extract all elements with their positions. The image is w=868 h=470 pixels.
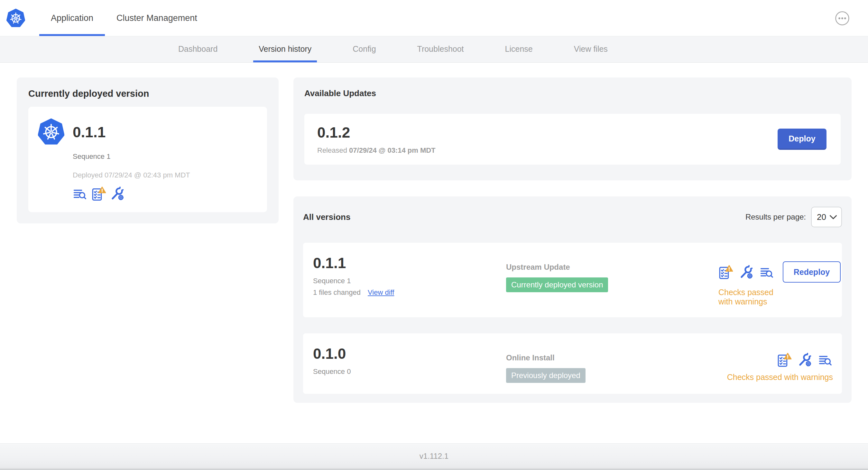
- row-version-number: 0.1.1: [313, 254, 506, 272]
- checks-status-link[interactable]: Checks passed with warnings: [718, 288, 774, 306]
- currently-deployed-card: Currently deployed version 0.1.1 Sequenc…: [17, 77, 279, 224]
- preflight-checklist-warning-icon[interactable]: [91, 186, 106, 201]
- top-navbar: Application Cluster Management: [0, 0, 868, 36]
- subnav-tab-version-history[interactable]: Version history: [253, 36, 317, 62]
- wrench-gear-icon[interactable]: [110, 186, 125, 201]
- chevron-down-icon: [830, 215, 837, 220]
- ellipsis-menu-icon[interactable]: [835, 11, 850, 26]
- preflight-checklist-warning-icon[interactable]: [777, 352, 792, 367]
- version-source-label: Upstream Update: [506, 263, 718, 272]
- top-nav-tabs: Application Cluster Management: [39, 0, 209, 36]
- deployed-action-icons: [73, 186, 257, 201]
- available-updates-card: Available Updates 0.1.2 Released 07/29/2…: [293, 77, 851, 180]
- results-per-page-label: Results per page:: [745, 212, 806, 222]
- subnav-tab-config[interactable]: Config: [347, 36, 381, 62]
- log-search-icon[interactable]: [818, 352, 833, 367]
- row-sequence-label: Sequence 1: [313, 277, 506, 285]
- console-version-label: v1.112.1: [0, 444, 868, 469]
- kubernetes-app-icon: [38, 118, 64, 146]
- all-versions-card: All versions Results per page: 20 0.1.1 …: [293, 196, 851, 403]
- version-row: 0.1.1 Sequence 1 1 files changed View di…: [303, 243, 842, 317]
- subnav-tab-view-files[interactable]: View files: [568, 36, 613, 62]
- all-versions-title: All versions: [303, 212, 350, 222]
- status-badge: Previously deployed: [506, 368, 586, 383]
- results-per-page-value: 20: [817, 212, 826, 222]
- row-sequence-label: Sequence 0: [313, 367, 506, 376]
- deploy-button[interactable]: Deploy: [778, 129, 827, 150]
- status-badge: Currently deployed version: [506, 277, 608, 292]
- row-version-number: 0.1.0: [313, 345, 506, 362]
- preflight-checklist-warning-icon[interactable]: [718, 264, 733, 280]
- available-updates-title: Available Updates: [304, 89, 841, 98]
- subnav-tab-license[interactable]: License: [500, 36, 538, 62]
- deployed-sequence-label: Sequence 1: [73, 153, 257, 161]
- view-diff-link[interactable]: View diff: [368, 289, 394, 297]
- deployed-timestamp: Deployed 07/29/24 @ 02:43 pm MDT: [73, 171, 257, 179]
- deployed-version-number: 0.1.1: [73, 124, 105, 141]
- redeploy-button[interactable]: Redeploy: [783, 261, 841, 282]
- tab-application[interactable]: Application: [39, 0, 105, 36]
- subnav-tab-troubleshoot[interactable]: Troubleshoot: [412, 36, 469, 62]
- log-search-icon[interactable]: [760, 264, 774, 280]
- checks-status-link[interactable]: Checks passed with warnings: [727, 373, 833, 382]
- version-source-label: Online Install: [506, 353, 718, 362]
- update-released-timestamp: Released 07/29/24 @ 03:14 pm MDT: [317, 146, 778, 155]
- files-changed-label: 1 files changed: [313, 289, 361, 297]
- version-history-page: Currently deployed version 0.1.1 Sequenc…: [0, 63, 868, 443]
- update-version-number: 0.1.2: [317, 124, 778, 141]
- wrench-gear-icon[interactable]: [739, 264, 754, 280]
- results-per-page-select[interactable]: 20: [811, 207, 842, 227]
- log-search-icon[interactable]: [73, 186, 88, 201]
- console-footer: v1.112.1: [0, 443, 868, 470]
- deployed-version-box: 0.1.1 Sequence 1 Deployed 07/29/24 @ 02:…: [28, 107, 267, 212]
- available-update-row: 0.1.2 Released 07/29/24 @ 03:14 pm MDT D…: [304, 114, 841, 165]
- tab-cluster-management[interactable]: Cluster Management: [105, 0, 209, 36]
- kubernetes-logo-icon: [6, 9, 25, 28]
- app-sub-navbar: Dashboard Version history Config Trouble…: [0, 36, 868, 63]
- version-row: 0.1.0 Sequence 0 Online Install Previous…: [303, 333, 842, 394]
- subnav-tab-dashboard[interactable]: Dashboard: [173, 36, 223, 62]
- wrench-gear-icon[interactable]: [798, 352, 812, 367]
- currently-deployed-title: Currently deployed version: [28, 89, 267, 99]
